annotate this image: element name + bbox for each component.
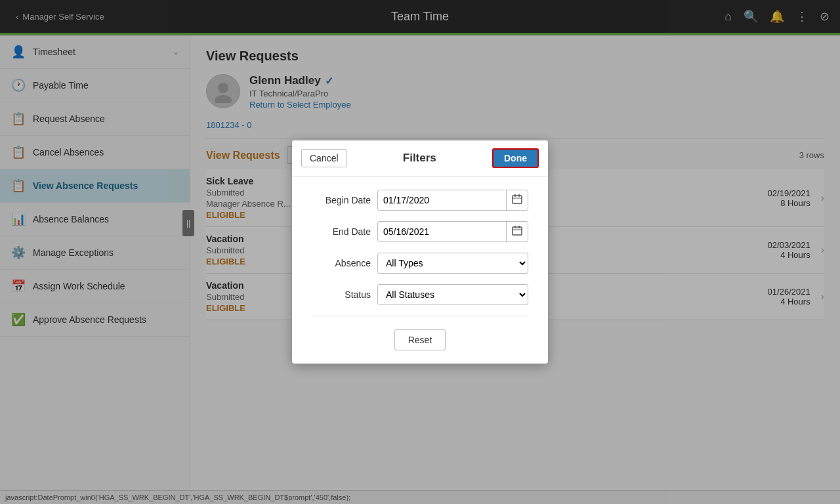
modal-done-button[interactable]: Done <box>492 148 539 168</box>
status-row: Status All Statuses Submitted Approved D… <box>312 284 528 305</box>
end-date-input[interactable] <box>378 222 506 241</box>
svg-rect-6 <box>513 227 522 235</box>
status-label: Status <box>312 289 371 300</box>
filters-modal: Cancel Filters Done Begin Date <box>292 140 548 364</box>
end-date-input-wrap <box>377 221 528 242</box>
modal-reset-wrap: Reset <box>312 329 528 350</box>
end-date-row: End Date <box>312 221 528 242</box>
modal-overlay: Cancel Filters Done Begin Date <box>0 0 840 504</box>
modal-body: Begin Date End Date <box>292 177 548 364</box>
modal-title: Filters <box>347 152 492 165</box>
begin-date-calendar-button[interactable] <box>506 190 528 210</box>
modal-header: Cancel Filters Done <box>292 140 548 177</box>
absence-select[interactable]: All Types Sick Leave Vacation Personal <box>377 253 528 274</box>
modal-cancel-button[interactable]: Cancel <box>301 149 347 167</box>
modal-reset-button[interactable]: Reset <box>394 329 446 350</box>
status-select[interactable]: All Statuses Submitted Approved Denied <box>377 284 528 305</box>
absence-row: Absence All Types Sick Leave Vacation Pe… <box>312 253 528 274</box>
begin-date-label: Begin Date <box>312 195 371 205</box>
begin-date-input-wrap <box>377 190 528 211</box>
begin-date-input[interactable] <box>378 191 506 209</box>
absence-label: Absence <box>312 258 371 268</box>
svg-rect-2 <box>513 196 522 203</box>
end-date-label: End Date <box>312 226 371 237</box>
end-date-calendar-button[interactable] <box>506 222 528 242</box>
begin-date-row: Begin Date <box>312 190 528 211</box>
modal-divider <box>312 316 528 316</box>
